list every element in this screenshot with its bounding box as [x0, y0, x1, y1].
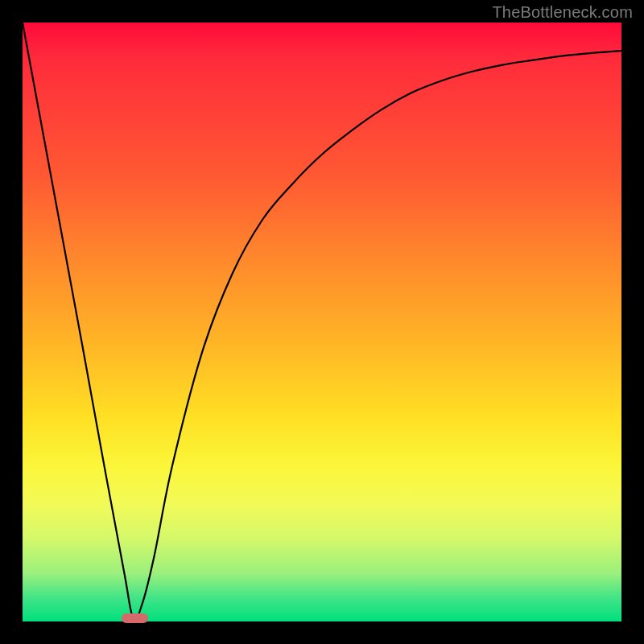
optimal-marker	[122, 613, 148, 623]
bottleneck-curve	[23, 23, 621, 621]
plot-area	[23, 23, 621, 621]
outer-frame: TheBottleneck.com	[0, 0, 644, 644]
watermark-text: TheBottleneck.com	[492, 3, 633, 22]
curve-path	[23, 23, 621, 620]
